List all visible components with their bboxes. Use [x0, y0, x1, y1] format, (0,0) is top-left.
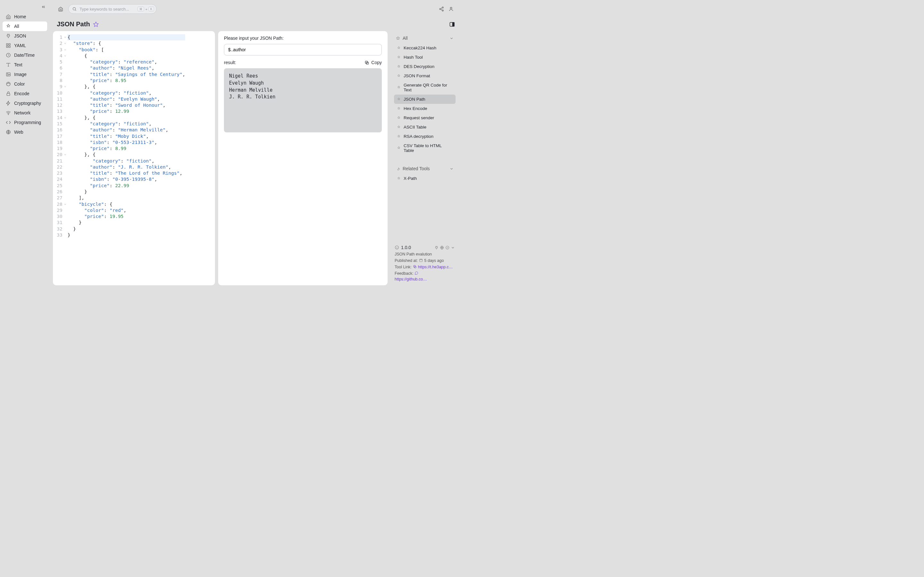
search-shortcut: ⌘ + K	[137, 7, 154, 11]
sidebar-item-all[interactable]: All	[3, 21, 47, 31]
home-button[interactable]	[56, 5, 65, 13]
search-wrap: ⌘ + K	[68, 4, 157, 14]
result-output[interactable]: Nigel Rees Evelyn Waugh Herman Melville …	[224, 68, 382, 132]
svg-point-14	[73, 7, 75, 10]
feedback-link[interactable]: https://github.com/…	[395, 277, 430, 282]
all-tools-header[interactable]: All	[394, 34, 456, 43]
related-item-x-path[interactable]: X-Path	[394, 174, 456, 183]
plug-icon	[6, 33, 11, 39]
panel-toggle-button[interactable]	[449, 21, 455, 27]
chevron-down-icon[interactable]	[451, 245, 455, 250]
pin-icon	[397, 55, 401, 60]
pin-icon	[6, 24, 11, 29]
sidebar-item-label: Cryptography	[14, 101, 41, 106]
svg-point-6	[7, 73, 8, 74]
image-icon	[6, 72, 11, 77]
result-label: result:	[224, 60, 236, 65]
tool-info-panel: 1.0.0 JSON Path evalution Published at: …	[391, 241, 459, 285]
tool-item-rsa-decryption[interactable]: RSA decryption	[394, 132, 456, 141]
tool-item-label: Keccak224 Hash	[404, 45, 436, 50]
sidebar-item-home[interactable]: Home	[3, 12, 47, 21]
sidebar-item-network[interactable]: Network	[3, 108, 47, 118]
svg-point-15	[442, 7, 443, 8]
sidebar-item-label: Color	[14, 81, 25, 87]
sidebar-item-encode[interactable]: Encode	[3, 89, 47, 98]
pin-icon	[397, 64, 401, 69]
tool-item-generate-qr-code-for-text[interactable]: Generate QR Code for Text	[394, 81, 456, 95]
sidebar-item-image[interactable]: Image	[3, 69, 47, 79]
palette-icon	[6, 81, 11, 87]
tool-item-label: CSV Table to HTML Table	[404, 143, 453, 153]
jsonpath-input-label: Please input your JSON Path:	[224, 35, 382, 41]
bolt-icon	[6, 101, 11, 106]
jsonpath-input[interactable]	[224, 44, 382, 55]
svg-rect-3	[9, 46, 10, 47]
sidebar-item-label: Encode	[14, 91, 29, 96]
tool-item-hash-tool[interactable]: Hash Tool	[394, 53, 456, 62]
tool-item-ascii-table[interactable]: ASCII Table	[394, 122, 456, 132]
published-value: 5 days ago	[424, 258, 444, 263]
kbd-cmd: ⌘	[137, 7, 144, 11]
tool-item-des-decryption[interactable]: DES Decryption	[394, 62, 456, 71]
share-button[interactable]	[439, 6, 444, 11]
user-icon	[449, 6, 454, 11]
plug-icon[interactable]	[435, 245, 439, 250]
tool-item-request-sender[interactable]: Request sender	[394, 113, 456, 122]
svg-marker-19	[94, 22, 99, 26]
tool-item-label: Generate QR Code for Text	[404, 83, 453, 92]
wifi-icon	[6, 110, 11, 115]
code-icon	[6, 120, 11, 125]
svg-rect-27	[420, 259, 423, 262]
home-icon	[58, 6, 63, 11]
json-editor-panel: 1234567891011121314151617181920212223242…	[53, 31, 215, 285]
sidebar-item-label: YAML	[14, 43, 26, 48]
link-icon	[413, 265, 417, 269]
check-circle-icon[interactable]	[445, 245, 449, 250]
code-editor[interactable]: 1234567891011121314151617181920212223242…	[53, 34, 215, 238]
chevron-down-icon	[449, 167, 454, 171]
sidebar-item-label: Network	[14, 110, 31, 115]
sidebar-item-cryptography[interactable]: Cryptography	[3, 98, 47, 108]
sidebar-item-programming[interactable]: Programming	[3, 118, 47, 127]
globe-icon[interactable]	[440, 245, 444, 250]
tool-item-json-format[interactable]: JSON Format	[394, 71, 456, 81]
tool-item-label: Hash Tool	[404, 55, 423, 60]
favorite-button[interactable]	[93, 21, 99, 27]
sidebar-item-color[interactable]: Color	[3, 79, 47, 89]
sidebar-item-label: Web	[14, 129, 23, 135]
tool-link[interactable]: https://t.he3app.co…	[418, 265, 453, 269]
svg-rect-0	[6, 44, 8, 45]
sidebar-item-json[interactable]: JSON	[3, 31, 47, 41]
pin-icon	[397, 106, 401, 111]
tool-item-hex-encode[interactable]: Hex Encode	[394, 104, 456, 113]
home-icon	[6, 14, 11, 19]
globe-icon	[6, 129, 11, 135]
svg-rect-11	[7, 93, 10, 95]
pin-icon	[396, 36, 400, 40]
sidebar-item-label: Image	[14, 72, 27, 77]
sidebar-item-web[interactable]: Web	[3, 127, 47, 137]
tool-item-json-path[interactable]: JSON Path	[394, 95, 456, 104]
sidebar-collapse-button[interactable]	[0, 3, 50, 12]
text-icon	[6, 62, 11, 67]
star-icon	[93, 21, 99, 27]
content-row: 1234567891011121314151617181920212223242…	[53, 31, 459, 285]
svg-rect-5	[6, 73, 10, 76]
tool-item-label: ASCII Table	[404, 125, 426, 129]
user-button[interactable]	[449, 6, 454, 11]
copy-button[interactable]: Copy	[365, 60, 382, 65]
tool-description: JSON Path evalution	[395, 252, 455, 256]
pin-icon	[397, 176, 401, 181]
pin-icon	[397, 74, 401, 78]
tool-item-keccak224-hash[interactable]: Keccak224 Hash	[394, 43, 456, 53]
sidebar-item-label: Programming	[14, 120, 41, 125]
sidebar-item-text[interactable]: Text	[3, 60, 47, 69]
related-tools-header[interactable]: Related Tools	[394, 165, 456, 174]
sidebar-nav: HomeAllJSONYAMLDate/TimeTextImageColorEn…	[0, 12, 50, 137]
related-item-label: X-Path	[404, 176, 417, 181]
related-tools-panel: Related Tools X-Path	[391, 161, 459, 186]
tool-item-csv-table-to-html-table[interactable]: CSV Table to HTML Table	[394, 141, 456, 155]
sidebar-item-label: All	[14, 24, 19, 29]
sidebar-item-date-time[interactable]: Date/Time	[3, 50, 47, 60]
sidebar-item-yaml[interactable]: YAML	[3, 41, 47, 50]
